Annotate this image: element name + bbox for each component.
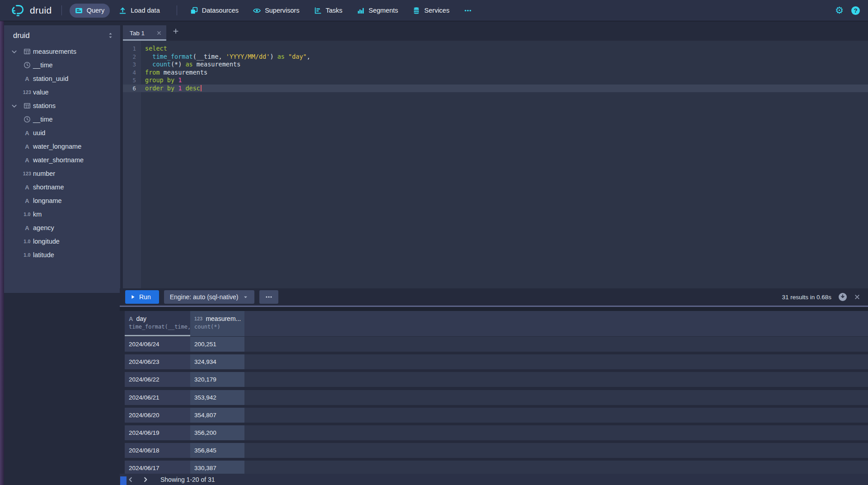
string-type-icon: A [25,225,29,231]
cell-day[interactable]: 2024/06/18 [125,443,190,458]
column-item-km[interactable]: 1.0km [4,207,120,221]
string-type-icon: A [25,143,29,150]
cell-day[interactable]: 2024/06/21 [125,390,190,405]
column-header-measurements[interactable]: 123 measurem... count(*) [190,311,244,336]
column-label: water_shortname [33,156,84,164]
pagination-footer: Showing 1-20 of 31 [120,474,868,485]
nav-item-segments[interactable]: Segments [352,4,404,18]
sort-columns-icon[interactable] [107,32,114,39]
cell-measurements[interactable]: 356,845 [190,443,244,458]
settings-gear-icon[interactable]: ⚙︎ [835,6,844,15]
column-label: water_longname [33,143,81,150]
column-item-uuid[interactable]: Auuid [4,126,120,140]
cell-day[interactable]: 2024/06/23 [125,354,190,369]
column-item-number[interactable]: 123number [4,167,120,180]
table-item-measurements[interactable]: measurements [4,45,120,58]
column-item-latitude[interactable]: 1.0latitude [4,248,120,262]
code-line[interactable]: time_format(__time, 'YYYY/MM/dd') as "da… [141,53,868,61]
run-button[interactable]: Run [125,290,159,304]
cell-day[interactable]: 2024/06/20 [125,408,190,423]
nav-item-datasources[interactable]: Datasources [185,4,244,18]
nav-item-tasks[interactable]: Tasks [309,4,348,18]
cell-measurements[interactable]: 200,251 [190,337,244,352]
column-item-longname[interactable]: Alongname [4,194,120,207]
cell-measurements[interactable]: 330,387 [190,461,244,474]
next-page-icon[interactable] [142,476,149,483]
nav-item-label: Services [424,7,450,14]
string-type-icon: A [25,75,29,82]
nav-item-label: Query [87,7,105,14]
chevron-down-icon[interactable] [11,103,18,109]
nav-items: QueryLoad dataDatasourcesSupervisorsTask… [70,4,481,18]
nav-divider [177,5,177,15]
sql-editor[interactable]: 123456 select time_format(__time, 'YYYY/… [123,41,868,288]
column-item-water_shortname[interactable]: Awater_shortname [4,153,120,167]
column-item-station_uuid[interactable]: Astation_uuid [4,72,120,85]
run-status: 31 results in 0.68s [782,292,860,301]
number-type-icon: 123 [194,316,202,321]
cell-measurements[interactable]: 356,200 [190,425,244,440]
tab-1[interactable]: Tab 1 [123,25,166,41]
column-item-longitude[interactable]: 1.0longitude [4,235,120,248]
column-item-water_longname[interactable]: Awater_longname [4,140,120,153]
download-results-icon[interactable] [838,292,847,301]
code-line[interactable]: order by 1 desc [141,85,868,93]
engine-selector[interactable]: Engine: auto (sql-native) [164,290,255,304]
tab-close-icon[interactable] [156,30,162,36]
help-icon[interactable]: ? [851,6,860,15]
column-label: longitude [33,238,60,245]
nav-item-label: Segments [369,7,398,14]
scroll-corner-indicator [120,476,127,485]
cell-day[interactable]: 2024/06/22 [125,372,190,387]
table-row: 2024/06/19356,200 [125,425,868,440]
column-title: measurem... [206,315,241,322]
column-item-agency[interactable]: Aagency [4,221,120,235]
prev-page-icon[interactable] [127,476,134,483]
table-row: 2024/06/21353,942 [125,390,868,405]
nav-item-load-data[interactable]: Load data [113,4,165,18]
query-icon [75,7,83,14]
column-header-day[interactable]: A day time_format(__time, … [125,311,190,336]
add-tab-icon[interactable] [173,28,179,34]
segments-icon [357,7,365,14]
code-line[interactable]: from measurements [141,69,868,77]
supervisors-icon [253,7,261,14]
results-rows: 2024/06/24200,2512024/06/23324,9342024/0… [125,337,868,474]
left-edge-strip [0,21,4,485]
cell-measurements[interactable]: 354,807 [190,408,244,423]
code-line[interactable]: group by 1 [141,76,868,85]
column-item-__time[interactable]: __time [4,58,120,72]
cell-measurements[interactable]: 353,942 [190,390,244,405]
string-type-icon: A [25,157,29,164]
text-cursor [201,85,202,91]
cell-measurements[interactable]: 324,934 [190,354,244,369]
cell-day[interactable]: 2024/06/17 [125,461,190,474]
float-type-icon: 1.0 [23,252,31,258]
column-item-__time[interactable]: __time [4,113,120,126]
cell-measurements[interactable]: 320,179 [190,372,244,387]
line-number: 1 [123,45,141,53]
nav-item-more[interactable] [459,4,477,18]
line-number: 6 [123,85,141,93]
query-more-button[interactable] [259,290,278,304]
column-item-shortname[interactable]: Ashortname [4,180,120,194]
close-results-icon[interactable] [854,294,860,300]
table-item-stations[interactable]: stations [4,99,120,113]
cell-day[interactable]: 2024/06/19 [125,425,190,440]
string-type-icon: A [25,198,29,204]
column-label: agency [33,224,54,231]
nav-item-query[interactable]: Query [70,4,110,18]
code-line[interactable]: count(*) as measurements [141,61,868,69]
cell-day[interactable]: 2024/06/24 [125,337,190,352]
column-label: latitude [33,251,54,259]
column-label: __time [33,116,53,123]
column-item-value[interactable]: 123value [4,85,120,99]
nav-item-supervisors[interactable]: Supervisors [248,4,305,18]
chevron-down-icon[interactable] [11,48,18,55]
druid-logo[interactable]: druid [11,3,52,18]
code-line[interactable]: select [141,45,868,53]
table-row: 2024/06/18356,845 [125,443,868,458]
nav-item-services[interactable]: Services [407,4,455,18]
run-button-label: Run [139,293,151,301]
schema-name: druid [13,31,30,40]
